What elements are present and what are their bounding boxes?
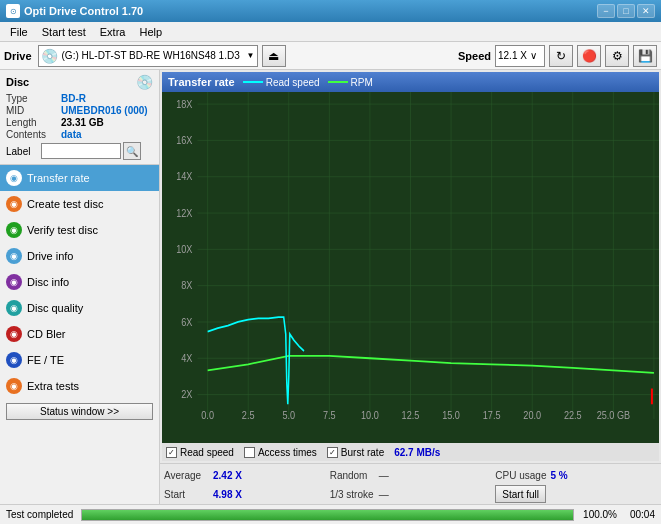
status-text: Test completed xyxy=(6,509,73,520)
svg-text:0.0: 0.0 xyxy=(201,409,214,421)
svg-text:14X: 14X xyxy=(176,171,192,183)
disc-label-text: Label xyxy=(6,146,41,157)
status-bar: Test completed 100.0% 00:04 xyxy=(0,504,661,524)
nav-transfer-rate[interactable]: ◉ Transfer rate xyxy=(0,165,159,191)
stat-row-average: Average 2.42 X xyxy=(164,466,326,484)
svg-text:18X: 18X xyxy=(176,98,192,110)
main-content: Transfer rate Read speed RPM xyxy=(160,70,661,524)
speed-value: 12.1 X ∨ xyxy=(498,50,537,61)
nav-icon-disc-quality: ◉ xyxy=(6,300,22,316)
settings-button1[interactable]: 🔴 xyxy=(577,45,601,67)
chart-header: Transfer rate Read speed RPM xyxy=(162,72,659,92)
nav-label-fe-te: FE / TE xyxy=(27,354,64,366)
start-full-button[interactable]: Start full xyxy=(495,485,546,503)
disc-label-button[interactable]: 🔍 xyxy=(123,142,141,160)
title-bar: ⊙ Opti Drive Control 1.70 − □ ✕ xyxy=(0,0,661,22)
svg-text:22.5: 22.5 xyxy=(564,409,582,421)
minimize-button[interactable]: − xyxy=(597,4,615,18)
access-times-check-item[interactable]: Access times xyxy=(244,447,317,458)
progress-bar xyxy=(81,509,574,521)
burst-rate-label: Burst rate xyxy=(341,447,384,458)
stat-row-start-full: Start full xyxy=(495,485,657,503)
svg-text:12.5: 12.5 xyxy=(402,409,420,421)
svg-text:16X: 16X xyxy=(176,134,192,146)
cpu-value: 5 % xyxy=(550,470,585,481)
close-button[interactable]: ✕ xyxy=(637,4,655,18)
progress-percent: 100.0% xyxy=(582,509,617,520)
nav-icon-disc-info: ◉ xyxy=(6,274,22,290)
nav-label-disc-quality: Disc quality xyxy=(27,302,83,314)
nav-fe-te[interactable]: ◉ FE / TE xyxy=(0,347,159,373)
chart-bottom-legend: Read speed Access times Burst rate 62.7 … xyxy=(162,443,659,461)
disc-length-label: Length xyxy=(6,117,61,128)
refresh-button[interactable]: ↻ xyxy=(549,45,573,67)
nav-label-create-test-disc: Create test disc xyxy=(27,198,103,210)
drive-disc-icon: 💿 xyxy=(41,48,58,64)
settings-button2[interactable]: ⚙ xyxy=(605,45,629,67)
svg-text:8X: 8X xyxy=(181,280,192,292)
disc-contents-label: Contents xyxy=(6,129,61,140)
average-value: 2.42 X xyxy=(213,470,248,481)
disc-type-value: BD-R xyxy=(61,93,86,104)
save-button[interactable]: 💾 xyxy=(633,45,657,67)
stroke1-value: — xyxy=(379,489,389,500)
chart-area: 18X 16X 14X 12X 10X 8X 6X 4X 2X 0.0 2.5 … xyxy=(162,92,659,443)
nav-section: ◉ Transfer rate ◉ Create test disc ◉ Ver… xyxy=(0,165,159,399)
drive-dropdown-arrow: ▼ xyxy=(247,51,255,60)
svg-text:17.5: 17.5 xyxy=(483,409,501,421)
menu-file[interactable]: File xyxy=(4,25,34,39)
menu-extra[interactable]: Extra xyxy=(94,25,132,39)
svg-text:10.0: 10.0 xyxy=(361,409,379,421)
nav-label-transfer-rate: Transfer rate xyxy=(27,172,90,184)
burst-rate-checkbox[interactable] xyxy=(327,447,338,458)
speed-selector[interactable]: 12.1 X ∨ xyxy=(495,45,545,67)
nav-drive-info[interactable]: ◉ Drive info xyxy=(0,243,159,269)
nav-verify-test-disc[interactable]: ◉ Verify test disc xyxy=(0,217,159,243)
chart-title: Transfer rate xyxy=(168,76,235,88)
disc-label-input[interactable] xyxy=(41,143,121,159)
drive-label: Drive xyxy=(4,50,34,62)
nav-cd-bler[interactable]: ◉ CD Bler xyxy=(0,321,159,347)
nav-disc-info[interactable]: ◉ Disc info xyxy=(0,269,159,295)
read-speed-checkbox[interactable] xyxy=(166,447,177,458)
disc-section-title: Disc xyxy=(6,76,29,88)
disc-icon: 💿 xyxy=(136,74,153,90)
menu-start-test[interactable]: Start test xyxy=(36,25,92,39)
svg-text:25.0 GB: 25.0 GB xyxy=(597,409,631,421)
app-title: Opti Drive Control 1.70 xyxy=(24,5,143,17)
nav-disc-quality[interactable]: ◉ Disc quality xyxy=(0,295,159,321)
menu-help[interactable]: Help xyxy=(133,25,168,39)
eject-button[interactable]: ⏏ xyxy=(262,45,286,67)
nav-label-drive-info: Drive info xyxy=(27,250,73,262)
burst-rate-value: 62.7 MB/s xyxy=(394,447,440,458)
disc-mid-value: UMEBDR016 (000) xyxy=(61,105,148,116)
stat-row-random: Random — xyxy=(330,466,492,484)
nav-label-disc-info: Disc info xyxy=(27,276,69,288)
chart-svg: 18X 16X 14X 12X 10X 8X 6X 4X 2X 0.0 2.5 … xyxy=(162,92,659,443)
random-value: — xyxy=(379,470,389,481)
disc-mid-label: MID xyxy=(6,105,61,116)
disc-length-value: 23.31 GB xyxy=(61,117,104,128)
maximize-button[interactable]: □ xyxy=(617,4,635,18)
read-speed-check-item[interactable]: Read speed xyxy=(166,447,234,458)
legend-color-rpm xyxy=(328,81,348,83)
cpu-label: CPU usage xyxy=(495,470,546,481)
svg-text:2X: 2X xyxy=(181,388,192,400)
sidebar: Disc 💿 Type BD-R MID UMEBDR016 (000) Len… xyxy=(0,70,160,524)
drive-selector[interactable]: 💿 (G:) HL-DT-ST BD-RE WH16NS48 1.D3 ▼ xyxy=(38,45,258,67)
access-times-checkbox[interactable] xyxy=(244,447,255,458)
burst-rate-check-item[interactable]: Burst rate xyxy=(327,447,384,458)
start-value: 4.98 X xyxy=(213,489,248,500)
svg-text:10X: 10X xyxy=(176,243,192,255)
svg-text:6X: 6X xyxy=(181,316,192,328)
svg-text:5.0: 5.0 xyxy=(282,409,295,421)
start-label: Start xyxy=(164,489,209,500)
legend-read-speed: Read speed xyxy=(243,77,320,88)
nav-label-verify-test-disc: Verify test disc xyxy=(27,224,98,236)
svg-text:4X: 4X xyxy=(181,352,192,364)
nav-create-test-disc[interactable]: ◉ Create test disc xyxy=(0,191,159,217)
nav-extra-tests[interactable]: ◉ Extra tests xyxy=(0,373,159,399)
legend-label-rpm: RPM xyxy=(351,77,373,88)
status-window-button[interactable]: Status window >> xyxy=(6,403,153,420)
legend-label-read: Read speed xyxy=(266,77,320,88)
